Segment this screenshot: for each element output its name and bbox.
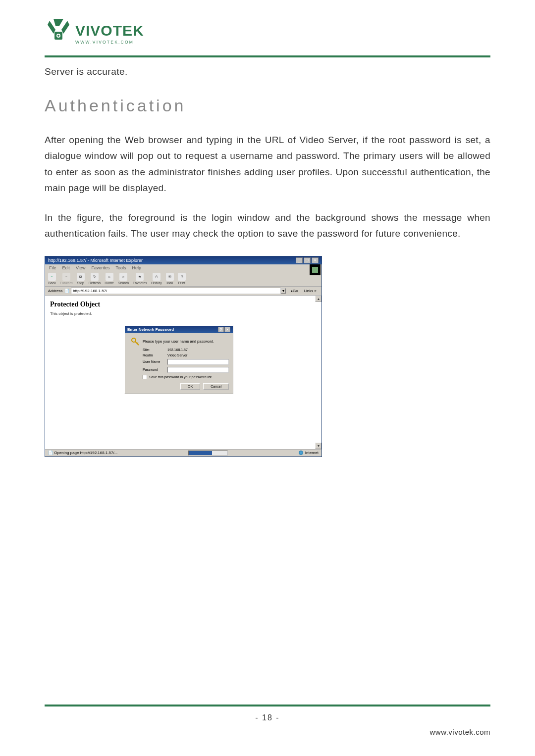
realm-label: Realm: [143, 353, 167, 357]
toolbar-mail-label: Mail: [166, 281, 173, 285]
menu-tools[interactable]: Tools: [115, 265, 126, 270]
refresh-icon: ↻: [91, 273, 99, 281]
toolbar-search-label: Search: [118, 281, 129, 285]
toolbar-favorites-label: Favorites: [133, 281, 147, 285]
scroll-down-icon[interactable]: ▾: [315, 443, 321, 449]
menu-view[interactable]: View: [76, 265, 85, 270]
username-label: User Name: [143, 360, 167, 363]
toolbar-print[interactable]: ⎙Print: [178, 273, 186, 285]
password-input[interactable]: [167, 367, 229, 373]
forward-icon: →: [62, 273, 70, 281]
toolbar-search[interactable]: ⌕Search: [118, 273, 129, 285]
home-icon: ⌂: [106, 273, 113, 281]
ie-window-controls: _ □ ×: [296, 257, 319, 263]
ie-titlebar: http://192.168.1.57/ - Microsoft Interne…: [45, 256, 321, 264]
username-input[interactable]: [167, 359, 229, 365]
site-value: 192.168.1.57: [167, 348, 229, 352]
toolbar-mail[interactable]: ✉Mail: [166, 273, 174, 285]
page-heading: Authentication: [45, 96, 490, 115]
cancel-button[interactable]: Cancel: [203, 383, 229, 390]
go-button[interactable]: ▸Go: [289, 289, 300, 293]
ie-content-area: ▴ ▾ Protected Object This object is prot…: [45, 296, 321, 449]
svg-text:WWW.VIVOTEK.COM: WWW.VIVOTEK.COM: [75, 40, 134, 45]
paragraph-2: In the figure, the foreground is the log…: [45, 210, 490, 242]
ie-menubar: File Edit View Favorites Tools Help: [45, 264, 321, 271]
print-icon: ⎙: [178, 273, 186, 281]
close-button[interactable]: ×: [312, 257, 319, 263]
menu-file[interactable]: File: [49, 265, 56, 270]
vivotek-logo-svg: VIVOTEK WWW.VIVOTEK.COM: [45, 15, 159, 50]
svg-point-2: [57, 35, 59, 37]
page-icon: 📄: [64, 289, 69, 293]
toolbar-home-label: Home: [105, 281, 114, 285]
stop-icon: ⦻: [77, 273, 85, 281]
toolbar-home[interactable]: ⌂Home: [105, 273, 114, 285]
brand-logo: VIVOTEK WWW.VIVOTEK.COM: [45, 15, 490, 51]
dialog-help-button[interactable]: ?: [218, 327, 224, 332]
page-loading-icon: 📄: [48, 451, 53, 455]
dialog-titlebar: Enter Network Password ? ×: [125, 326, 233, 333]
back-icon: ←: [48, 273, 56, 281]
key-icon: [131, 337, 140, 346]
dialog-close-button[interactable]: ×: [224, 327, 230, 332]
menu-favorites[interactable]: Favorites: [91, 265, 109, 270]
realm-value: Video Server: [167, 353, 229, 357]
toolbar-refresh[interactable]: ↻Refresh: [89, 273, 101, 285]
menu-edit[interactable]: Edit: [62, 265, 70, 270]
protected-heading: Protected Object: [50, 301, 317, 308]
password-label: Password: [143, 368, 167, 371]
toolbar-forward[interactable]: →Forward: [60, 273, 73, 285]
search-icon: ⌕: [119, 273, 127, 281]
status-label: Opening page http://192.168.1.57/...: [54, 451, 117, 455]
dialog-title-text: Enter Network Password: [127, 327, 174, 332]
ok-button[interactable]: OK: [180, 383, 200, 390]
toolbar-back[interactable]: ←Back: [48, 273, 56, 285]
favorites-icon: ★: [136, 273, 144, 281]
dialog-prompt: Please type your user name and password.: [143, 339, 214, 344]
internet-zone-icon: [299, 451, 303, 455]
status-text: 📄 Opening page http://192.168.1.57/...: [48, 451, 117, 455]
minimize-button[interactable]: _: [296, 257, 303, 263]
page-number: - 18 -: [0, 713, 535, 722]
toolbar-history-label: History: [151, 281, 162, 285]
menu-help[interactable]: Help: [132, 265, 141, 270]
dialog-body: Please type your user name and password.…: [125, 333, 233, 394]
toolbar-stop[interactable]: ⦻Stop: [77, 273, 85, 285]
ie-toolbar: ←Back →Forward ⦻Stop ↻Refresh ⌂Home ⌕Sea…: [45, 271, 321, 287]
mail-icon: ✉: [166, 273, 174, 281]
links-button[interactable]: Links »: [302, 289, 319, 293]
toolbar-back-label: Back: [48, 281, 56, 285]
history-icon: ◷: [153, 273, 160, 281]
scroll-up-icon[interactable]: ▴: [315, 296, 321, 302]
ie-statusbar: 📄 Opening page http://192.168.1.57/... I…: [45, 449, 321, 456]
status-zone: Internet: [299, 451, 319, 455]
auth-dialog: Enter Network Password ? × Please type y…: [124, 325, 233, 394]
footer-url: www.vivotek.com: [429, 728, 490, 736]
svg-text:VIVOTEK: VIVOTEK: [75, 22, 144, 39]
zone-label: Internet: [305, 451, 319, 455]
site-label: Site:: [143, 348, 167, 352]
svg-point-5: [132, 338, 136, 342]
toolbar-stop-label: Stop: [77, 281, 84, 285]
toolbar-refresh-label: Refresh: [89, 281, 101, 285]
ie-window-screenshot: http://192.168.1.57/ - Microsoft Interne…: [45, 256, 322, 457]
toolbar-favorites[interactable]: ★Favorites: [133, 273, 147, 285]
paragraph-1: After opening the Web browser and typing…: [45, 132, 490, 196]
toolbar-print-label: Print: [178, 281, 185, 285]
address-dropdown-icon[interactable]: ▾: [281, 288, 286, 294]
protected-text: This object is protected.: [50, 311, 317, 316]
footer-divider: [45, 705, 490, 706]
progress-bar: [188, 451, 228, 455]
save-password-checkbox[interactable]: [143, 375, 147, 379]
header-divider: [45, 55, 490, 57]
toolbar-forward-label: Forward: [60, 281, 73, 285]
maximize-button[interactable]: □: [304, 257, 311, 263]
ie-addressbar: Address 📄 http://192.168.1.57/ ▾ ▸Go Lin…: [45, 287, 321, 296]
top-fragment-text: Server is accurate.: [45, 66, 490, 77]
ie-throbber-icon: [310, 264, 321, 275]
toolbar-history[interactable]: ◷History: [151, 273, 162, 285]
address-label: Address: [48, 289, 62, 293]
ie-title-text: http://192.168.1.57/ - Microsoft Interne…: [48, 258, 143, 263]
address-input[interactable]: http://192.168.1.57/: [71, 288, 281, 294]
save-password-label: Save this password in your password list: [149, 375, 212, 379]
